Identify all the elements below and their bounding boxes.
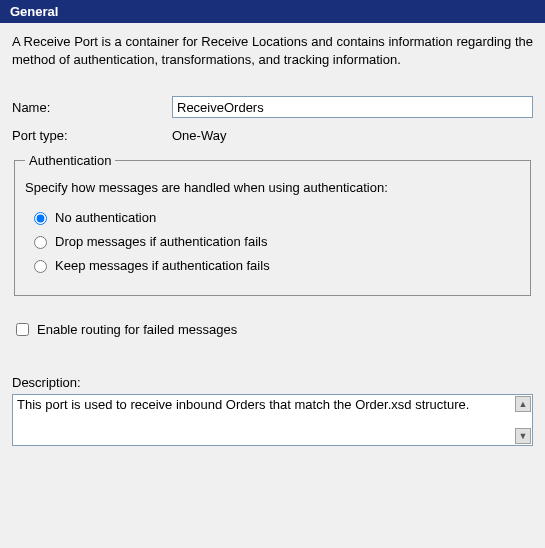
auth-option-drop[interactable]: Drop messages if authentication fails	[25, 233, 520, 249]
auth-option-no-auth[interactable]: No authentication	[25, 209, 520, 225]
routing-checkbox-row[interactable]: Enable routing for failed messages	[12, 320, 533, 339]
panel-content: A Receive Port is a container for Receiv…	[0, 23, 545, 456]
name-label: Name:	[12, 100, 172, 115]
authentication-note: Specify how messages are handled when us…	[25, 180, 520, 195]
auth-radio-drop[interactable]	[34, 236, 47, 249]
routing-checkbox[interactable]	[16, 323, 29, 336]
panel-title: General	[10, 4, 58, 19]
auth-radio-keep[interactable]	[34, 260, 47, 273]
auth-option-label: No authentication	[55, 210, 156, 225]
routing-label: Enable routing for failed messages	[37, 322, 237, 337]
description-label: Description:	[12, 375, 533, 390]
scroll-down-icon[interactable]: ▼	[515, 428, 531, 444]
intro-text: A Receive Port is a container for Receiv…	[12, 33, 533, 68]
panel-header: General	[0, 0, 545, 23]
description-text[interactable]: This port is used to receive inbound Ord…	[13, 395, 532, 416]
authentication-group: Authentication Specify how messages are …	[14, 153, 531, 296]
auth-option-label: Drop messages if authentication fails	[55, 234, 267, 249]
auth-option-label: Keep messages if authentication fails	[55, 258, 270, 273]
port-type-value: One-Way	[172, 128, 226, 143]
auth-option-keep[interactable]: Keep messages if authentication fails	[25, 257, 520, 273]
port-type-row: Port type: One-Way	[12, 128, 533, 143]
authentication-legend: Authentication	[25, 153, 115, 168]
name-row: Name:	[12, 96, 533, 118]
name-input[interactable]	[172, 96, 533, 118]
auth-radio-no-auth[interactable]	[34, 212, 47, 225]
scroll-up-icon[interactable]: ▲	[515, 396, 531, 412]
description-field[interactable]: This port is used to receive inbound Ord…	[12, 394, 533, 446]
port-type-label: Port type:	[12, 128, 172, 143]
